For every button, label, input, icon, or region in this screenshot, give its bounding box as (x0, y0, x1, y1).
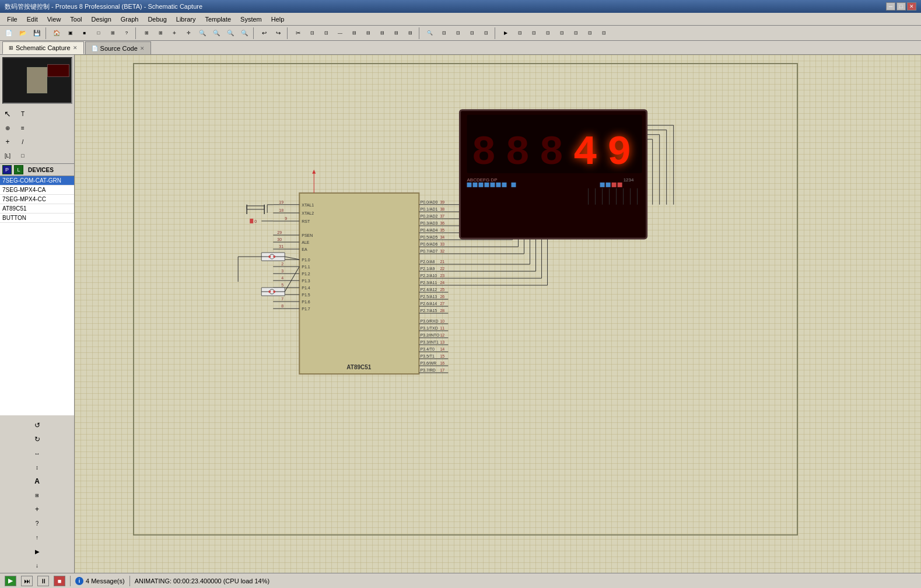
component-tool[interactable]: ⊕ (1, 121, 14, 134)
btn11[interactable]: ⊞ (154, 27, 167, 40)
add-component[interactable]: + (31, 503, 44, 516)
btn26[interactable]: ⊟ (390, 27, 402, 40)
arrow-down[interactable]: ↓ (31, 559, 44, 572)
btn40[interactable]: ⊡ (597, 27, 610, 40)
btn9[interactable]: ? (120, 27, 133, 40)
main-area: ↖ ⊕ + [L] T ≡ / □ P L DEVICES 7SEG-COM-C… (0, 55, 921, 573)
menu-debug[interactable]: Debug (143, 15, 171, 24)
device-item-1[interactable]: 7SEG-MPX4-CA (0, 186, 74, 195)
btn13[interactable]: ✛ (182, 27, 195, 40)
minimize-button[interactable]: ─ (886, 2, 895, 10)
menu-edit[interactable]: Edit (22, 15, 43, 24)
device-list[interactable]: 7SEG-COM-CAT-GRN 7SEG-MPX4-CA 7SEG-MPX4-… (0, 176, 74, 415)
btn32[interactable]: ⊡ (479, 27, 492, 40)
l-button[interactable]: L (14, 165, 23, 174)
menu-help[interactable]: Help (267, 15, 289, 24)
btn24[interactable]: ⊟ (362, 27, 374, 40)
maximize-button[interactable]: □ (897, 2, 906, 10)
home-button[interactable]: 🏠 (50, 27, 63, 40)
grid-button[interactable]: ⊞ (140, 27, 153, 40)
device-item-2[interactable]: 7SEG-MPX4-CC (0, 195, 74, 204)
tab-schematic-close[interactable]: ✕ (73, 45, 78, 51)
canvas-area[interactable]: AT89C51 19 XTAL1 18 XTAL2 9 RST 29 PSEN … (75, 55, 921, 573)
save-button[interactable]: 💾 (30, 27, 43, 40)
copy-button[interactable]: ⊡ (306, 27, 318, 40)
undo-button[interactable]: ↩ (258, 27, 271, 40)
animation-status: ANIMATING: 00:00:23.400000 (CPU load 14%… (135, 578, 270, 584)
close-button[interactable]: ✕ (907, 2, 916, 10)
junction-tool[interactable]: + (1, 135, 14, 148)
letter-b[interactable]: ⊞ (31, 489, 44, 502)
titlebar: 数码管按键控制 - Proteus 8 Professional (BETA) … (0, 0, 921, 13)
flip-h[interactable]: ↔ (31, 447, 44, 460)
play-sim-button[interactable]: ▶ (499, 27, 512, 40)
btn22[interactable]: — (334, 27, 346, 40)
tab-source-close[interactable]: ✕ (140, 46, 145, 51)
message-count: 4 Message(s) (86, 578, 125, 584)
btn25[interactable]: ⊟ (376, 27, 388, 40)
btn35[interactable]: ⊡ (527, 27, 540, 40)
statusbar: ▶ ⏭ ⏸ ■ i 4 Message(s) ANIMATING: 00:00:… (0, 573, 921, 588)
btn12[interactable]: + (168, 27, 181, 40)
btn31[interactable]: ⊡ (465, 27, 478, 40)
zoom-fit-button[interactable]: 🔍 (224, 27, 237, 40)
redo-button[interactable]: ↪ (272, 27, 285, 40)
text-tool[interactable]: T (16, 107, 29, 120)
label-tool[interactable]: [L] (1, 149, 14, 162)
menu-file[interactable]: File (2, 15, 22, 24)
btn39[interactable]: ⊡ (583, 27, 596, 40)
zoom-select-button[interactable]: 🔍 (238, 27, 251, 40)
btn30[interactable]: ⊡ (451, 27, 464, 40)
device-item-3[interactable]: AT89C51 (0, 204, 74, 214)
schematic-grid (75, 55, 921, 573)
menu-design[interactable]: Design (87, 15, 116, 24)
tab-schematic-label: Schematic Capture (16, 44, 71, 51)
rotate-left[interactable]: ↺ (31, 419, 44, 432)
btn27[interactable]: ⊟ (404, 27, 416, 40)
cut-button[interactable]: ✂ (292, 27, 304, 40)
wire-tool[interactable]: / (16, 135, 29, 148)
paste-button[interactable]: ⊡ (320, 27, 332, 40)
btn23[interactable]: ⊟ (348, 27, 360, 40)
btn37[interactable]: ⊡ (555, 27, 568, 40)
menu-tool[interactable]: Tool (65, 15, 86, 24)
btn8[interactable]: ⊞ (106, 27, 119, 40)
flip-v[interactable]: ↕ (31, 461, 44, 474)
bus-tool[interactable]: ≡ (16, 121, 29, 134)
zoom-area-button[interactable]: 🔍 (423, 27, 436, 40)
btn29[interactable]: ⊡ (437, 27, 450, 40)
open-button[interactable]: 📂 (16, 27, 29, 40)
btn5[interactable]: ▣ (64, 27, 77, 40)
pause-button[interactable]: ⏸ (37, 576, 49, 586)
tab-source[interactable]: 📄 Source Code ✕ (85, 41, 151, 54)
letter-a[interactable]: A (31, 475, 44, 488)
p-button[interactable]: P (2, 165, 12, 174)
btn36[interactable]: ⊡ (541, 27, 554, 40)
title-text: 数码管按键控制 - Proteus 8 Professional (BETA) … (5, 2, 202, 11)
btn7[interactable]: □ (92, 27, 105, 40)
new-button[interactable]: 📄 (2, 27, 15, 40)
btn38[interactable]: ⊡ (569, 27, 582, 40)
menu-view[interactable]: View (43, 15, 66, 24)
device-item-0[interactable]: 7SEG-COM-CAT-GRN (0, 176, 74, 186)
btn6[interactable]: ■ (78, 27, 91, 40)
tab-schematic[interactable]: ⊞ Schematic Capture ✕ (2, 41, 84, 54)
zoom-in-button[interactable]: 🔍 (196, 27, 209, 40)
step-button[interactable]: ⏭ (21, 576, 33, 586)
play-button[interactable]: ▶ (5, 576, 16, 586)
select-tool[interactable]: ↖ (1, 107, 14, 120)
device-item-4[interactable]: BUTTON (0, 214, 74, 223)
simulate[interactable]: ▶ (31, 545, 44, 558)
subcircuit-tool[interactable]: □ (16, 149, 29, 162)
btn34[interactable]: ⊡ (513, 27, 526, 40)
menu-template[interactable]: Template (200, 15, 236, 24)
arrow-up[interactable]: ↑ (31, 531, 44, 544)
rotate-right[interactable]: ↻ (31, 433, 44, 446)
menu-library[interactable]: Library (171, 15, 201, 24)
stop-button[interactable]: ■ (54, 576, 65, 586)
menu-system[interactable]: System (236, 15, 267, 24)
left-panel: ↖ ⊕ + [L] T ≡ / □ P L DEVICES 7SEG-COM-C… (0, 55, 75, 573)
device-header: P L DEVICES (0, 164, 74, 176)
menu-graph[interactable]: Graph (116, 15, 143, 24)
zoom-out-button[interactable]: 🔍 (210, 27, 223, 40)
